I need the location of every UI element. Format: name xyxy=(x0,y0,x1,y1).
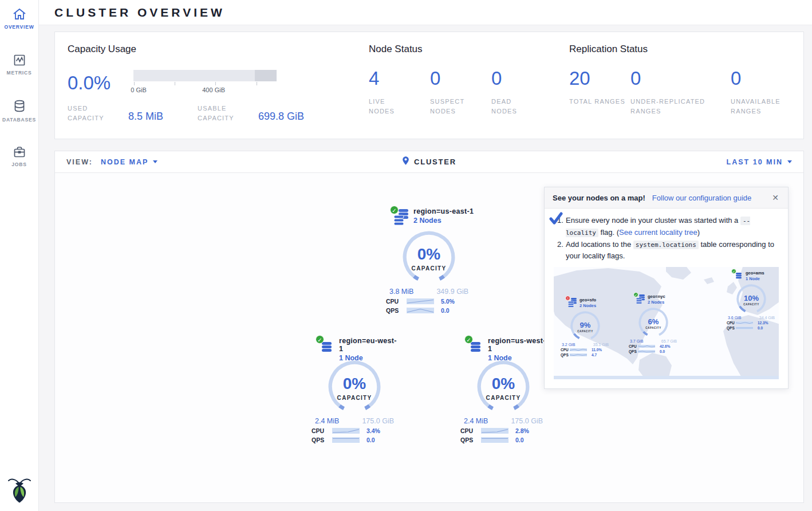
capacity-total: 35.1 GiB xyxy=(593,343,609,347)
step-text: Add locations to the xyxy=(566,240,633,249)
jobs-icon xyxy=(13,145,26,159)
capacity-percent: 6% xyxy=(648,318,659,325)
time-range-dropdown[interactable]: LAST 10 MIN xyxy=(727,158,792,166)
cockroachdb-logo xyxy=(7,477,31,505)
popup-title: See your nodes on a map! xyxy=(553,194,645,202)
location-pin-icon xyxy=(402,156,409,168)
qps-label: QPS xyxy=(561,353,570,357)
sidebar-item-metrics[interactable]: METRICS xyxy=(0,46,38,92)
node-map-canvas: ✓ region=us xyxy=(55,173,803,502)
qps-sparkline xyxy=(407,308,434,313)
view-selector-dropdown[interactable]: NODE MAP xyxy=(101,158,157,166)
chevron-down-icon xyxy=(153,160,157,163)
region-gauge-us-east-1[interactable]: ✓ region=us xyxy=(383,206,475,314)
breadcrumb-cluster[interactable]: CLUSTER xyxy=(414,158,456,166)
capacity-arc-gauge: 0% CAPACITY xyxy=(476,359,531,414)
stat-label: LIVE NODES xyxy=(369,97,409,116)
capacity-total: 65.7 GiB xyxy=(661,339,677,343)
mini-region-sfo: ! geo=sfo 2 Nodes xyxy=(554,296,617,357)
databases-icon xyxy=(13,99,26,114)
cpu-value: 12.3% xyxy=(758,321,768,325)
region-gauge-eu-west-1[interactable]: ✓ region=eu-west-1 1 Node xyxy=(309,335,400,443)
cpu-label: CPU xyxy=(386,298,407,305)
example-map-illustration: ! geo=sfo 2 Nodes xyxy=(554,267,779,379)
qps-sparkline xyxy=(332,437,360,443)
stat-label: UNAVAILABLE RANGES xyxy=(731,97,788,116)
sidebar-item-jobs[interactable]: JOBS xyxy=(0,137,38,183)
cpu-value: 2.8% xyxy=(515,427,529,434)
region-node-count: 2 Nodes xyxy=(580,303,617,308)
region-gauge-us-west-1[interactable]: ✓ region=us-west-1 1 Node xyxy=(458,335,549,443)
cpu-value: 3.4% xyxy=(366,427,380,434)
suspect-nodes-stat: 0 SUSPECT NODES xyxy=(430,69,491,116)
step-done-check-icon xyxy=(549,212,563,229)
capacity-percent: 0% xyxy=(492,376,515,392)
code-chip-system-locations: system.locations xyxy=(633,241,699,249)
close-icon[interactable]: ✕ xyxy=(771,193,780,202)
cpu-sparkline xyxy=(481,428,509,434)
qps-label: QPS xyxy=(312,437,332,443)
qps-sparkline xyxy=(736,327,753,329)
capacity-tick-label: 400 GiB xyxy=(202,87,225,93)
cpu-label: CPU xyxy=(561,348,570,352)
cpu-value: 5.0% xyxy=(441,298,455,305)
qps-label: QPS xyxy=(460,437,481,443)
section-title: Node Status xyxy=(369,44,569,55)
sidebar-item-databases[interactable]: DATABASES xyxy=(0,92,38,137)
capacity-total: 175.0 GiB xyxy=(511,417,543,425)
region-name: region=us-east-1 xyxy=(413,207,475,215)
region-name: region=us-west-1 xyxy=(488,337,549,353)
view-label: VIEW: xyxy=(66,158,93,166)
healthy-check-icon: ✓ xyxy=(390,206,399,214)
sidebar-item-label: METRICS xyxy=(7,70,32,76)
sidebar: OVERVIEW METRICS DATABASES xyxy=(0,0,39,511)
stat-label: USED CAPACITY xyxy=(68,104,120,123)
capacity-used: 3.6 GiB xyxy=(728,316,741,320)
capacity-arc-gauge: 6% CAPACITY xyxy=(638,307,669,338)
capacity-used: 3.8 MiB xyxy=(389,288,413,296)
sidebar-item-label: JOBS xyxy=(11,162,26,167)
capacity-total: 349.9 GiB xyxy=(436,288,468,296)
region-node-count: 2 Nodes xyxy=(648,300,685,305)
stat-value: 699.8 GiB xyxy=(258,111,304,123)
capacity-used: 3.2 GiB xyxy=(562,343,575,347)
step-text: ) xyxy=(697,228,700,237)
capacity-bar: 0 GiB 400 GiB xyxy=(133,70,277,95)
capacity-percent: 10% xyxy=(744,294,759,302)
stat-value: 0 xyxy=(491,69,553,88)
unavailable-ranges-stat: 0 UNAVAILABLE RANGES xyxy=(731,69,788,116)
configuration-guide-link[interactable]: Follow our configuration guide xyxy=(652,194,751,202)
locality-tree-link[interactable]: See current locality tree xyxy=(619,228,697,237)
region-node-count[interactable]: 2 Nodes xyxy=(413,217,475,225)
capacity-arc-gauge: 9% CAPACITY xyxy=(570,310,601,341)
capacity-label: CAPACITY xyxy=(337,395,372,401)
capacity-total: 34.4 GiB xyxy=(759,316,775,320)
region-name: geo=sfo xyxy=(580,297,617,302)
qps-sparkline xyxy=(638,350,655,353)
section-title: Replication Status xyxy=(569,44,803,55)
step-text: Ensure every node in your cluster was st… xyxy=(566,216,740,225)
sidebar-item-label: DATABASES xyxy=(2,117,36,123)
cpu-value: 42.6% xyxy=(660,344,670,348)
dead-nodes-stat: 0 DEAD NODES xyxy=(491,69,553,116)
cpu-sparkline xyxy=(638,345,655,348)
sidebar-item-label: OVERVIEW xyxy=(4,24,34,30)
time-range-value: LAST 10 MIN xyxy=(727,158,783,166)
used-capacity-stat: USED CAPACITY 8.5 MiB xyxy=(68,104,163,123)
capacity-label: CAPACITY xyxy=(645,327,661,329)
capacity-label: CAPACITY xyxy=(743,303,759,306)
cpu-label: CPU xyxy=(727,321,736,325)
qps-label: QPS xyxy=(727,326,736,330)
capacity-usage-section: Capacity Usage 0.0% 0 GiB 400 GiB xyxy=(68,44,369,139)
capacity-percent: 0% xyxy=(343,376,366,392)
cpu-sparkline xyxy=(736,321,753,324)
capacity-arc-gauge: 0% CAPACITY xyxy=(401,230,456,285)
setup-step-1: 1. Ensure every node in your cluster was… xyxy=(557,215,779,239)
section-title: Capacity Usage xyxy=(68,44,369,55)
cpu-label: CPU xyxy=(312,427,332,434)
view-selector-value: NODE MAP xyxy=(101,158,148,166)
stat-value: 0 xyxy=(630,69,731,88)
page-header: CLUSTER OVERVIEW xyxy=(39,0,812,25)
sidebar-item-overview[interactable]: OVERVIEW xyxy=(0,0,38,46)
qps-value: 0.0 xyxy=(366,437,375,443)
